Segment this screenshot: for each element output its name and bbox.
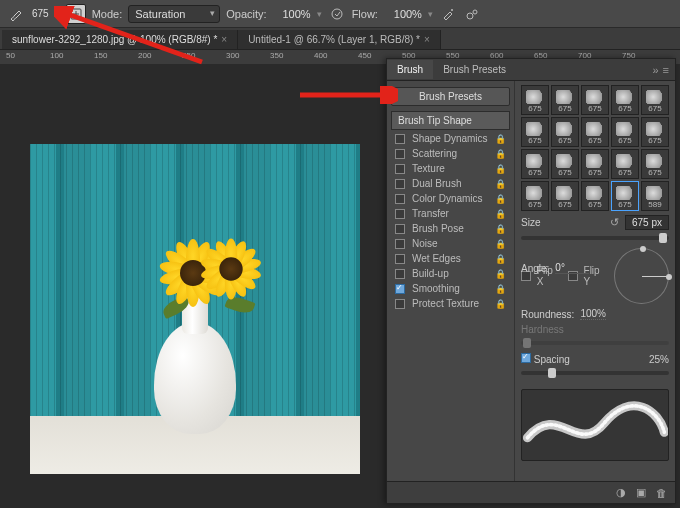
brush-preset-picker-icon[interactable] [66, 4, 86, 24]
brush-thumbnail[interactable]: 675 [521, 117, 549, 147]
angle-input[interactable] [555, 262, 589, 274]
lock-icon[interactable]: 🔒 [495, 209, 506, 219]
reset-size-icon[interactable]: ↺ [610, 216, 619, 229]
checkbox-icon[interactable] [395, 239, 405, 249]
spacing-value[interactable]: 25% [649, 354, 669, 365]
flow-dropdown-icon[interactable]: ▾ [428, 9, 433, 19]
brush-thumbnail[interactable]: 675 [551, 85, 579, 115]
doc-tab-1-label: sunflower-3292_1280.jpg @ 100% (RGB/8#) … [12, 34, 217, 45]
brush-thumbnail[interactable]: 675 [521, 181, 549, 211]
lock-icon[interactable]: 🔒 [495, 254, 506, 264]
checkbox-icon[interactable] [395, 149, 405, 159]
brush-thumbnail[interactable]: 675 [581, 117, 609, 147]
brush-option-brush-pose[interactable]: Brush Pose🔒 [391, 221, 510, 236]
brush-presets-button[interactable]: Brush Presets [391, 87, 510, 106]
new-brush-icon[interactable]: ▣ [636, 486, 646, 499]
tab-brush[interactable]: Brush [387, 60, 433, 79]
size-input[interactable] [625, 215, 669, 230]
flow-input[interactable] [384, 8, 422, 20]
brush-option-build-up[interactable]: Build-up🔒 [391, 266, 510, 281]
ruler-tick: 150 [94, 51, 107, 60]
close-icon[interactable]: × [424, 34, 430, 45]
brush-thumbnail[interactable]: 675 [581, 181, 609, 211]
brush-option-transfer[interactable]: Transfer🔒 [391, 206, 510, 221]
spacing-checkbox[interactable] [521, 353, 531, 363]
brush-option-wet-edges[interactable]: Wet Edges🔒 [391, 251, 510, 266]
brush-thumbnail[interactable]: 675 [611, 117, 639, 147]
doc-tab-2[interactable]: Untitled-1 @ 66.7% (Layer 1, RGB/8) *× [238, 30, 441, 49]
lock-icon[interactable]: 🔒 [495, 194, 506, 204]
brush-panel: Brush Brush Presets » ≡ Brush Presets Br… [386, 58, 676, 504]
pressure-size-icon[interactable] [463, 5, 481, 23]
lock-icon[interactable]: 🔒 [495, 164, 506, 174]
tab-brush-presets[interactable]: Brush Presets [433, 60, 516, 79]
brush-thumbnail[interactable]: 675 [551, 117, 579, 147]
brush-thumbnail[interactable]: 675 [611, 85, 639, 115]
roundness-value[interactable]: 100% [580, 308, 606, 320]
trash-icon[interactable]: 🗑 [656, 487, 667, 499]
thumb-size: 675 [648, 104, 661, 113]
brush-option-noise[interactable]: Noise🔒 [391, 236, 510, 251]
checkbox-icon[interactable] [395, 224, 405, 234]
opacity-input[interactable] [273, 8, 311, 20]
panel-menu-icon[interactable]: ≡ [663, 64, 669, 76]
lock-icon[interactable]: 🔒 [495, 239, 506, 249]
brush-thumbnail[interactable]: 675 [521, 85, 549, 115]
blend-mode-select[interactable]: Saturation [128, 5, 220, 23]
checkbox-icon[interactable] [395, 164, 405, 174]
thumb-size: 675 [558, 136, 571, 145]
brush-option-texture[interactable]: Texture🔒 [391, 161, 510, 176]
checkbox-icon[interactable] [395, 209, 405, 219]
size-slider[interactable] [521, 236, 669, 240]
roundness-label: Roundness: [521, 309, 574, 320]
lock-icon[interactable]: 🔒 [495, 269, 506, 279]
doc-tab-1[interactable]: sunflower-3292_1280.jpg @ 100% (RGB/8#) … [2, 30, 238, 49]
close-icon[interactable]: × [221, 34, 227, 45]
airbrush-icon[interactable] [439, 5, 457, 23]
brush-thumbnail[interactable]: 675 [641, 117, 669, 147]
brush-thumbnail[interactable]: 675 [521, 149, 549, 179]
brush-option-smoothing[interactable]: Smoothing🔒 [391, 281, 510, 296]
checkbox-icon[interactable] [395, 179, 405, 189]
brush-thumbnail[interactable]: 675 [581, 149, 609, 179]
checkbox-icon[interactable] [395, 269, 405, 279]
angle-dial[interactable] [614, 248, 669, 304]
spacing-slider[interactable] [521, 371, 669, 375]
brush-option-color-dynamics[interactable]: Color Dynamics🔒 [391, 191, 510, 206]
option-label: Wet Edges [409, 253, 491, 264]
brush-thumbnail[interactable]: 675 [641, 85, 669, 115]
dropdown-icon[interactable]: ▾ [55, 9, 60, 19]
lock-icon[interactable]: 🔒 [495, 224, 506, 234]
brush-thumbnail[interactable]: 675 [611, 149, 639, 179]
brush-option-shape-dynamics[interactable]: Shape Dynamics🔒 [391, 131, 510, 146]
brush-thumbnail[interactable]: 675 [641, 149, 669, 179]
lock-icon[interactable]: 🔒 [495, 179, 506, 189]
brush-option-scattering[interactable]: Scattering🔒 [391, 146, 510, 161]
brush-tip-shape-button[interactable]: Brush Tip Shape [391, 111, 510, 130]
checkbox-icon[interactable] [395, 134, 405, 144]
lock-icon[interactable]: 🔒 [495, 284, 506, 294]
brush-thumbnail[interactable]: 589 [641, 181, 669, 211]
panel-collapse-icon[interactable]: » [652, 64, 658, 76]
brush-option-dual-brush[interactable]: Dual Brush🔒 [391, 176, 510, 191]
ruler-tick: 50 [6, 51, 15, 60]
checkbox-icon[interactable] [395, 284, 405, 294]
brush-thumbnail[interactable]: 675 [551, 149, 579, 179]
toggle-preview-icon[interactable]: ◑ [616, 486, 626, 499]
brush-thumbnail-grid: 6756756756756756756756756756756756756756… [521, 85, 669, 211]
lock-icon[interactable]: 🔒 [495, 299, 506, 309]
brush-tool-icon[interactable] [6, 4, 26, 24]
lock-icon[interactable]: 🔒 [495, 149, 506, 159]
brush-thumbnail[interactable]: 675 [611, 181, 639, 211]
opacity-dropdown-icon[interactable]: ▾ [317, 9, 322, 19]
brush-thumbnail[interactable]: 675 [581, 85, 609, 115]
checkbox-icon[interactable] [395, 254, 405, 264]
panel-footer: ◑ ▣ 🗑 [387, 481, 675, 503]
brush-option-protect-texture[interactable]: Protect Texture🔒 [391, 296, 510, 311]
checkbox-icon[interactable] [395, 299, 405, 309]
brush-thumbnail[interactable]: 675 [551, 181, 579, 211]
lock-icon[interactable]: 🔒 [495, 134, 506, 144]
checkbox-icon[interactable] [395, 194, 405, 204]
brush-size-readout[interactable]: 675 [32, 8, 49, 19]
pressure-opacity-icon[interactable] [328, 5, 346, 23]
